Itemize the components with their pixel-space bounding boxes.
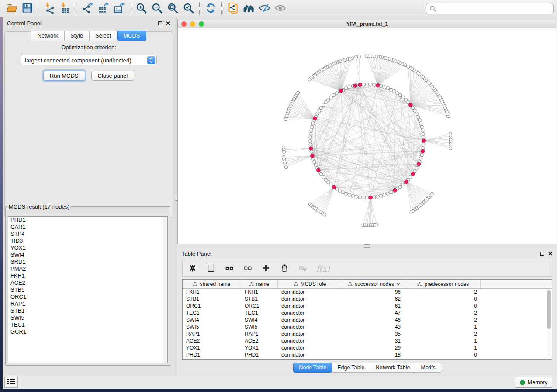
column-header-mcds-role[interactable]: MCDS role (278, 280, 342, 288)
task-history-button[interactable] (4, 377, 18, 388)
table-cell[interactable]: FKH1 (241, 289, 278, 295)
table-cell[interactable]: PHD1 (241, 352, 278, 358)
table-cell[interactable]: RAP1 (183, 331, 241, 337)
network-node[interactable] (362, 196, 365, 199)
network-node[interactable] (401, 183, 405, 186)
network-node[interactable] (383, 193, 386, 197)
table-cell[interactable]: STB1 (241, 296, 278, 302)
table-cell[interactable]: ORC1 (241, 303, 278, 309)
mcds-node[interactable] (405, 180, 408, 183)
network-canvas[interactable] (178, 28, 557, 244)
table-cell[interactable]: SWI4 (241, 317, 278, 323)
network-node[interactable] (407, 65, 410, 68)
network-node[interactable] (311, 125, 314, 129)
add-column-button[interactable] (261, 264, 271, 274)
network-node[interactable] (319, 172, 323, 176)
table-row[interactable]: ACE2ACE2connector311 (183, 337, 552, 344)
network-node[interactable] (335, 92, 339, 95)
mcds-result-item[interactable]: STB1 (8, 307, 167, 314)
network-node[interactable] (310, 150, 313, 153)
table-cell[interactable]: connector (278, 324, 342, 330)
network-node[interactable] (365, 196, 369, 199)
search-input[interactable] (426, 3, 554, 14)
table-cell[interactable]: STB1 (183, 296, 241, 302)
zoom-selected-button[interactable] (180, 1, 196, 16)
horizontal-splitter[interactable] (177, 244, 557, 248)
column-header-shared-name[interactable]: shared name (183, 280, 241, 288)
network-node[interactable] (324, 178, 328, 182)
table-cell[interactable]: 35 (342, 331, 406, 337)
table-cell[interactable]: TEC1 (183, 310, 241, 316)
network-node[interactable] (415, 167, 419, 170)
network-node[interactable] (355, 55, 358, 58)
network-node[interactable] (329, 96, 333, 99)
network-node[interactable] (309, 136, 312, 139)
splitter-handle[interactable] (364, 244, 370, 248)
table-cell[interactable]: 61 (342, 303, 406, 309)
network-node[interactable] (389, 88, 393, 92)
mcds-result-item[interactable]: TEC1 (8, 321, 167, 328)
network-node[interactable] (401, 96, 405, 99)
network-node[interactable] (417, 115, 420, 119)
mcds-node[interactable] (409, 103, 412, 107)
mcds-node[interactable] (393, 189, 397, 192)
network-node[interactable] (365, 83, 369, 86)
table-cell[interactable]: dominator (278, 296, 342, 302)
network-node[interactable] (420, 153, 424, 157)
table-row[interactable]: RAP1RAP1dominator352 (183, 330, 552, 337)
mcds-result-item[interactable]: CAR1 (8, 224, 167, 230)
tab-mcds[interactable]: MCDS (117, 31, 146, 41)
network-node[interactable] (396, 92, 399, 95)
tab-select[interactable]: Select (89, 31, 117, 41)
table-cell[interactable]: SWI5 (241, 324, 278, 330)
mcds-node[interactable] (309, 147, 312, 150)
table-cell[interactable]: 96 (342, 289, 406, 295)
network-node[interactable] (419, 157, 423, 160)
network-node[interactable] (324, 100, 328, 104)
network-node[interactable] (389, 191, 393, 194)
network-node[interactable] (422, 132, 425, 136)
network-node[interactable] (344, 192, 348, 196)
network-node[interactable] (393, 90, 396, 93)
select-all-rows-button[interactable] (225, 264, 234, 274)
mcds-result-item[interactable]: GCR1 (8, 328, 167, 335)
network-node[interactable] (284, 118, 287, 121)
network-node[interactable] (379, 85, 383, 88)
table-cell[interactable]: connector (278, 345, 342, 351)
mcds-node[interactable] (421, 149, 424, 153)
first-neighbors-button[interactable] (241, 1, 256, 16)
mcds-node[interactable] (358, 83, 362, 86)
network-node[interactable] (372, 83, 376, 87)
export-image-button[interactable] (111, 1, 127, 16)
network-node[interactable] (449, 132, 452, 135)
mcds-result-item[interactable]: PMA2 (8, 265, 167, 272)
mcds-result-item[interactable]: SRD1 (8, 258, 167, 265)
table-cell[interactable]: 2 (406, 310, 481, 316)
close-panel-button[interactable]: Close panel (91, 71, 135, 81)
table-cell[interactable]: ACE2 (241, 338, 278, 344)
network-node[interactable] (398, 93, 402, 97)
network-node[interactable] (311, 122, 315, 125)
network-node[interactable] (355, 195, 358, 199)
network-node[interactable] (341, 191, 345, 194)
close-panel-icon[interactable]: ✕ (166, 21, 170, 26)
tab-network[interactable]: Network (31, 31, 64, 41)
mcds-result-item[interactable]: STP4 (8, 230, 167, 237)
network-node[interactable] (310, 129, 313, 132)
tab-edge-table[interactable]: Edge Table (332, 363, 370, 373)
table-row[interactable]: YOX1YOX1connector291 (183, 344, 552, 351)
table-cell[interactable]: RAP1 (241, 331, 278, 337)
mcds-result-item[interactable]: YOX1 (8, 244, 167, 251)
table-cell[interactable]: connector (278, 310, 342, 316)
import-table-button[interactable] (57, 1, 73, 16)
mcds-node[interactable] (411, 172, 415, 175)
network-node[interactable] (383, 86, 386, 89)
network-node[interactable] (420, 125, 424, 129)
network-node[interactable] (309, 132, 313, 136)
network-node[interactable] (365, 55, 368, 58)
network-node[interactable] (348, 86, 351, 89)
table-cell[interactable]: dominator (278, 331, 342, 337)
apply-layout-button[interactable] (203, 1, 218, 16)
tab-network-table[interactable]: Network Table (370, 363, 416, 373)
table-row[interactable]: TEC1TEC1connector472 (183, 309, 552, 316)
